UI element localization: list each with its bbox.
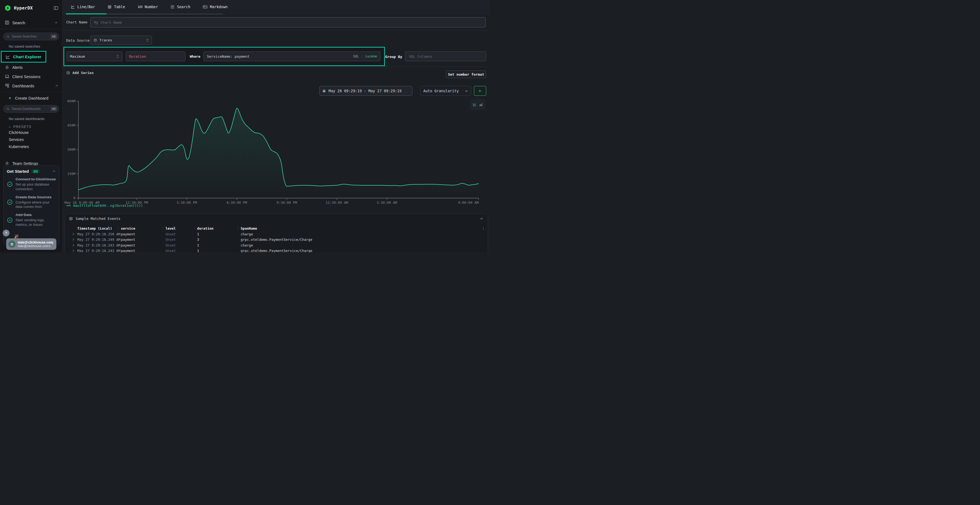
tab-table[interactable]: Table — [108, 5, 125, 9]
get-started-title: Get Started — [7, 169, 29, 173]
column-header[interactable]: Timestamp (Local) — [77, 226, 121, 230]
aggregation-select[interactable]: Maximum — [67, 51, 123, 61]
svg-text:9:30:00 PM: 9:30:00 PM — [277, 200, 297, 205]
where-input[interactable] — [204, 52, 380, 61]
user-menu[interactable]: D dale@clickhouse.com dale@clickhouse.co… — [6, 238, 56, 250]
chevron-up-icon — [55, 84, 59, 87]
table-cell: charge — [241, 232, 478, 236]
run-query-button[interactable] — [474, 86, 486, 96]
group-by-input[interactable] — [405, 51, 486, 61]
svg-text:600M: 600M — [67, 99, 75, 103]
presets-toggle[interactable]: PRESETS — [8, 125, 62, 129]
date-range-input[interactable]: May 26 09:29:19 - May 27 09:29:19 — [319, 86, 412, 96]
sidebar-collapse-icon[interactable] — [53, 5, 59, 11]
data-source-value: Traces — [99, 38, 112, 42]
svg-text:450M: 450M — [67, 123, 75, 127]
row-expand-icon[interactable] — [72, 249, 75, 252]
drag-handle-icon[interactable]: ⋮ — [117, 226, 120, 230]
data-source-label: Data Source — [66, 38, 89, 43]
chevron-up-icon[interactable] — [52, 170, 56, 173]
drag-handle-icon[interactable]: ⋮ — [161, 226, 165, 230]
sidebar-section-search[interactable]: Search — [0, 17, 62, 28]
calendar-icon — [322, 89, 326, 93]
legend-label: maxIf(toFloat640..ng(Duration))))) — [73, 203, 143, 208]
play-icon — [478, 89, 482, 93]
add-series-button[interactable]: Add Series — [66, 71, 94, 75]
table-cell: payment — [121, 232, 165, 236]
table-cell: 1 — [197, 249, 241, 252]
divider — [63, 67, 490, 67]
chart-type-tabbar: Line/Bar Table 123 Number Search Markdow… — [63, 0, 490, 15]
saved-dashboards-input[interactable]: Saved Dashboards ⌘K — [3, 105, 59, 113]
sidebar-item-dashboards[interactable]: Dashboards — [0, 81, 62, 91]
gear-icon — [4, 161, 10, 166]
drag-handle-icon[interactable]: ⋮ — [237, 226, 240, 230]
panel-collapse-chevron-icon[interactable] — [480, 217, 484, 221]
date-range-value: May 26 09:29:19 - May 27 09:29:19 — [329, 89, 401, 93]
search-section-icon — [4, 20, 10, 25]
sidebar-item-client-sessions[interactable]: Client Sessions — [0, 72, 62, 81]
column-header[interactable]: ⋮service — [121, 226, 165, 230]
row-expand-icon[interactable] — [72, 233, 75, 236]
get-started-items: Connect to ClickHouseSet up your databas… — [7, 177, 56, 227]
sidebar-item-preset[interactable]: ClickHouse — [0, 129, 62, 136]
chevron-down-icon — [465, 89, 468, 93]
table-row[interactable]: May 27 9:29:18.243 AMpaymentUnset1grpc.o… — [65, 248, 488, 253]
sample-matched-events-panel: Sample Matched Events Timestamp (Local)⋮… — [65, 213, 488, 252]
field-value: Duration — [129, 54, 146, 59]
table-row[interactable]: May 27 9:29:18.243 AMpaymentUnset1charge — [65, 243, 488, 248]
set-number-format-button[interactable]: Set number format — [446, 70, 486, 78]
svg-text:9:00:00 AM: 9:00:00 AM — [458, 200, 479, 205]
tab-number[interactable]: 123 Number — [138, 5, 158, 9]
table-cell: Unset — [165, 243, 197, 247]
get-started-item-desc: Configure where your data comes from — [16, 200, 56, 210]
get-started-item[interactable]: Connect to ClickHouseSet up your databas… — [7, 177, 56, 192]
saved-searches-input[interactable]: Saved Searches ⌘K — [3, 33, 59, 40]
create-dashboard-button[interactable]: Create Dashboard — [0, 93, 62, 103]
tab-markdown[interactable]: Markdown — [203, 5, 228, 9]
select-chevrons-icon — [146, 38, 149, 42]
get-started-item-title: Connect to ClickHouse — [16, 177, 56, 182]
database-icon — [93, 38, 97, 42]
drag-handle-icon[interactable]: ⋮ — [193, 226, 196, 230]
column-header[interactable]: ⋮duration — [197, 226, 241, 230]
column-header[interactable]: ⋮SpanName — [241, 226, 478, 230]
sidebar-item-chart-explorer[interactable]: Chart Explorer — [2, 52, 45, 62]
table-cell: Unset — [165, 238, 197, 241]
row-expand-icon[interactable] — [72, 244, 75, 247]
get-started-item[interactable]: Create Data SourcesConfigure where your … — [7, 195, 56, 210]
table-icon — [108, 5, 111, 9]
sidebar-item-alerts[interactable]: Alerts — [0, 63, 62, 72]
search-icon — [6, 35, 10, 38]
table-cell: 1 — [197, 243, 241, 247]
svg-text:3:30:00 AM: 3:30:00 AM — [377, 200, 397, 205]
row-expand-icon[interactable] — [72, 238, 75, 241]
field-input[interactable]: Duration — [126, 51, 185, 61]
events-table-body: May 27 9:29:18.250 AMpaymentUnset1charge… — [65, 231, 488, 252]
granularity-select[interactable]: Auto Granularity — [420, 86, 471, 96]
table-options-kebab-icon[interactable]: ⋮ — [478, 226, 485, 230]
table-cell: payment — [121, 243, 165, 247]
get-started-item-desc: Set up your database connection — [16, 182, 56, 192]
sidebar-item-preset[interactable]: Services — [0, 136, 62, 143]
main-content: Line/Bar Table 123 Number Search Markdow… — [63, 0, 490, 252]
get-started-item[interactable]: Add DataStart sending logs, metrics, or … — [7, 213, 56, 227]
table-row[interactable]: May 27 9:29:18.250 AMpaymentUnset1charge — [65, 231, 488, 237]
events-table-header: Timestamp (Local)⋮service⋮level⋮duration… — [65, 225, 488, 231]
data-source-select[interactable]: Traces — [91, 36, 152, 44]
tab-line-bar[interactable]: Line/Bar — [71, 5, 95, 9]
chevron-up-icon — [54, 21, 58, 24]
table-cell: grpc.oteldemo.PaymentService/Charge — [241, 238, 478, 241]
timeseries-chart[interactable]: 600M450M300M150M0May 26 9:00:00 AM12:30:… — [64, 98, 487, 205]
tab-label: Search — [177, 5, 190, 9]
column-header[interactable]: ⋮level — [165, 226, 197, 230]
user-subtext: dale@clickhouse.com's — [18, 245, 46, 248]
table-row[interactable]: May 27 9:29:18.249 AMpaymentUnset3grpc.o… — [65, 237, 488, 243]
help-button[interactable]: ? — [3, 230, 10, 237]
brand-title: HyperDX — [14, 5, 33, 11]
chart-explorer-annotation-box: Chart Explorer — [1, 51, 46, 63]
chart-name-input[interactable] — [91, 17, 486, 27]
list-icon — [69, 217, 73, 221]
tab-search[interactable]: Search — [170, 5, 190, 9]
sidebar-item-preset[interactable]: Kubernetes — [0, 143, 62, 150]
